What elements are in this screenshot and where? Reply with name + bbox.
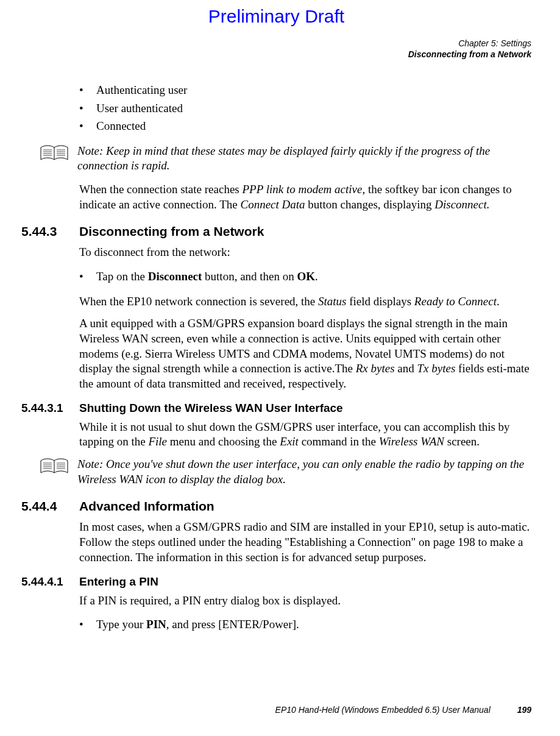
subsection-body: While it is not usual to shut down the G… [79,420,531,450]
note-block: Note: Keep in mind that these states may… [40,144,531,174]
italic-text: Ready to Connect [414,295,497,308]
subsection-number: 5.44.3.1 [21,402,79,415]
list-item: Authenticating user [79,81,531,99]
content: Authenticating user User authenticated C… [21,81,531,633]
preliminary-draft-header: Preliminary Draft [21,6,531,27]
list-item: Type your PIN, and press [ENTER/Power]. [79,615,531,633]
italic-text: Tx bytes [417,362,456,375]
paragraph: When the connection state reaches PPP li… [79,182,531,212]
text: , and press [ENTER/Power]. [166,618,299,631]
bold-text: PIN [146,618,166,631]
note-body: Once you've shut down the user interface… [77,458,524,486]
subsection-body: If a PIN is required, a PIN entry dialog… [79,593,531,609]
status-bullet-list: Authenticating user User authenticated C… [79,81,531,135]
italic-text: File [148,435,167,448]
paragraph-block: When the connection state reaches PPP li… [79,182,531,212]
section-body: To disconnect from the network: [79,245,531,260]
section-number: 5.44.4 [21,499,79,514]
chapter-section: Disconnecting from a Network [408,49,531,59]
paragraph: When the EP10 network connection is seve… [79,294,531,310]
note-text: Note: Keep in mind that these states may… [77,144,531,174]
section-body: In most cases, when a GSM/GPRS radio and… [79,520,531,565]
book-icon [40,458,69,476]
list-item: Connected [79,117,531,135]
text: . [497,295,500,308]
note-body: Keep in mind that these states may be di… [77,144,490,172]
subsection-heading-5-44-4-1: 5.44.4.1 Entering a PIN [21,575,531,589]
subsection-number: 5.44.4.1 [21,575,79,589]
text: When the EP10 network connection is seve… [79,295,318,308]
list-item: User authenticated [79,99,531,117]
bold-text: OK [297,270,316,283]
disconnect-bullet-list: Tap on the Disconnect button, and then o… [79,267,531,285]
text: screen. [444,435,480,448]
paragraph: If a PIN is required, a PIN entry dialog… [79,593,531,609]
text: menu and choosing the [167,435,280,448]
page-footer: EP10 Hand-Held (Windows Embedded 6.5) Us… [275,705,531,715]
text: Tap on the [96,270,148,283]
text: When the connection state reaches [79,183,242,196]
page-number: 199 [517,705,531,715]
italic-text: Exit [280,435,299,448]
paragraph: While it is not usual to shut down the G… [79,420,531,450]
paragraph: A unit equipped with a GSM/GPRS expansio… [79,316,531,391]
paragraph: In most cases, when a GSM/GPRS radio and… [79,520,531,565]
text: field displays [346,295,414,308]
book-icon [40,145,69,163]
bold-text: Disconnect [148,270,202,283]
italic-text: Rx bytes [356,362,395,375]
note-text: Note: Once you've shut down the user int… [77,457,531,487]
text: . [315,270,318,283]
italic-text: Disconnect. [434,198,489,211]
section-number: 5.44.3 [21,224,79,239]
text: Type your [96,618,146,631]
italic-text: Status [318,295,346,308]
chapter-title: Chapter 5: Settings [458,38,531,48]
text: button, and then on [202,270,297,283]
chapter-header: Chapter 5: Settings Disconnecting from a… [21,38,531,60]
subsection-title: Shutting Down the Wireless WAN User Inte… [79,402,343,415]
section-heading-5-44-3: 5.44.3 Disconnecting from a Network [21,224,531,239]
subsection-title: Entering a PIN [79,575,158,589]
section-title: Disconnecting from a Network [79,224,264,239]
note-label: Note: [77,458,103,470]
section-body: When the EP10 network connection is seve… [79,294,531,392]
text: command in the [299,435,379,448]
section-heading-5-44-4: 5.44.4 Advanced Information [21,499,531,514]
page: Preliminary Draft Chapter 5: Settings Di… [0,0,560,736]
manual-title: EP10 Hand-Held (Windows Embedded 6.5) Us… [275,705,491,715]
note-block: Note: Once you've shut down the user int… [40,457,531,487]
note-label: Note: [77,144,103,157]
list-item: Tap on the Disconnect button, and then o… [79,267,531,285]
italic-text: PPP link to modem active [242,183,362,196]
subsection-heading-5-44-3-1: 5.44.3.1 Shutting Down the Wireless WAN … [21,402,531,415]
text: button changes, displaying [305,198,435,211]
italic-text: Wireless WAN [379,435,444,448]
section-title: Advanced Information [79,499,214,514]
pin-bullet-list: Type your PIN, and press [ENTER/Power]. [79,615,531,633]
text: and [395,362,417,375]
italic-text: Connect Data [240,198,305,211]
paragraph: To disconnect from the network: [79,245,531,260]
